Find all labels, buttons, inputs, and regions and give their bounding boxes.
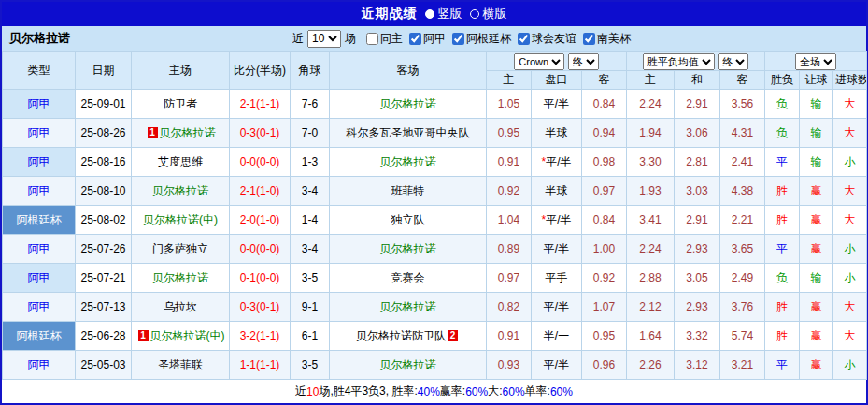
corner-cell: 9-1 <box>291 293 330 322</box>
home-team-cell[interactable]: 圣塔菲联 <box>132 351 230 380</box>
euro-away-odds-cell: 2.49 <box>720 264 765 293</box>
home-team-cell[interactable]: 1贝尔格拉诺(中) <box>132 322 230 351</box>
summary-bar: 近10场,胜4平3负3, 胜率:40% 赢率:60% 大:60% 单率:60% <box>2 380 866 403</box>
corner-cell: 3-4 <box>291 177 330 206</box>
euro-home-odds-cell: 2.88 <box>627 264 675 293</box>
layout-radio-vertical[interactable]: 竖版 <box>425 6 462 22</box>
team-name: 圣塔菲联 <box>158 358 203 371</box>
handicap-result-cell: 赢 <box>800 177 833 206</box>
euro-stage-select[interactable]: 终 <box>718 53 748 70</box>
layout-radio-horizontal[interactable]: 横版 <box>470 6 507 22</box>
score-cell[interactable]: 0-0(0-0) <box>230 148 291 177</box>
euro-home-odds-cell: 2.12 <box>627 293 675 322</box>
away-team-cell[interactable]: 独立队 <box>330 206 487 235</box>
home-team-cell[interactable]: 贝尔格拉诺 <box>132 264 230 293</box>
euro-odds-select[interactable]: 胜平负均值 <box>643 53 715 70</box>
home-team-cell[interactable]: 防卫者 <box>132 90 230 119</box>
match-count-select[interactable]: 10 <box>307 30 341 48</box>
euro-home-odds-cell: 1.93 <box>627 177 675 206</box>
score-cell[interactable]: 0-1(0-0) <box>230 264 291 293</box>
team-name: 防卫者 <box>164 97 197 110</box>
home-team-cell[interactable]: 贝尔格拉诺(中) <box>132 206 230 235</box>
checkbox-label: 阿甲 <box>423 31 446 47</box>
col-header-euro-draw: 和 <box>675 71 720 90</box>
recent-results-panel: 近期战绩 竖版 横版 贝尔格拉诺 近 10 场 同主阿甲阿根廷杯球会友谊南美杯 <box>0 0 868 405</box>
home-team-cell[interactable]: 贝尔格拉诺 <box>132 177 230 206</box>
league-cell[interactable]: 阿甲 <box>3 264 76 293</box>
result-cell: 平 <box>765 235 800 264</box>
handicap-cell: 平手 <box>532 264 582 293</box>
handicap-cell: 平/半 <box>532 90 582 119</box>
score-cell[interactable]: 1-1(1-1) <box>230 351 291 380</box>
goals-result-cell: 大 <box>833 90 867 119</box>
away-team-cell[interactable]: 贝尔格拉诺 <box>330 351 487 380</box>
league-cell[interactable]: 阿甲 <box>3 148 76 177</box>
asian-stage-select[interactable]: 终 <box>568 53 599 70</box>
euro-draw-odds-cell: 2.91 <box>675 90 720 119</box>
score-cell[interactable]: 0-3(0-1) <box>230 119 291 148</box>
league-cell[interactable]: 阿甲 <box>3 293 76 322</box>
team-name: 艾度思维 <box>158 155 203 168</box>
team-name: 贝尔格拉诺 <box>380 358 436 371</box>
euro-away-odds-cell: 3.76 <box>720 293 765 322</box>
score-cell[interactable]: 0-0(0-0) <box>230 235 291 264</box>
col-header-goals: 进球数 <box>833 71 867 90</box>
asian-home-odds-cell: 0.91 <box>487 148 532 177</box>
score-cell[interactable]: 2-1(1-1) <box>230 90 291 119</box>
team-name: 贝尔格拉诺 <box>380 300 436 313</box>
handicap-cell: 平/半 <box>532 293 582 322</box>
home-team-cell[interactable]: 1贝尔格拉诺 <box>132 119 230 148</box>
match-row: 阿根廷杯25-08-02贝尔格拉诺(中)2-0(1-0)1-4独立队1.04*平… <box>3 206 867 235</box>
away-team-cell[interactable]: 贝尔格拉诺 <box>330 235 487 264</box>
away-team-cell[interactable]: 班菲特 <box>330 177 487 206</box>
team-name: 贝尔格拉诺(中) <box>150 329 225 342</box>
away-team-cell[interactable]: 竞赛会 <box>330 264 487 293</box>
euro-draw-odds-cell: 3.06 <box>675 119 720 148</box>
league-cell[interactable]: 阿甲 <box>3 177 76 206</box>
filter-checkbox-argentina-cup[interactable]: 阿根廷杯 <box>452 31 511 47</box>
corner-cell: 1-3 <box>291 148 330 177</box>
filter-checkbox-copa-sudamericana[interactable]: 南美杯 <box>583 31 631 47</box>
col-header-score: 比分(半场) <box>230 52 291 90</box>
match-row: 阿甲25-08-10贝尔格拉诺2-1(1-0)3-4班菲特0.92半球0.971… <box>3 177 867 206</box>
score-cell[interactable]: 3-2(1-1) <box>230 322 291 351</box>
away-team-cell[interactable]: 贝尔格拉诺 <box>330 90 487 119</box>
asian-home-odds-cell: 0.82 <box>487 293 532 322</box>
odds-company-select[interactable]: Crown <box>514 53 564 70</box>
score-cell[interactable]: 2-0(1-0) <box>230 206 291 235</box>
home-team-cell[interactable]: 艾度思维 <box>132 148 230 177</box>
summary-text-part: 60% <box>465 385 488 398</box>
result-scope-select[interactable]: 全场 <box>795 53 836 70</box>
away-team-cell[interactable]: 贝尔格拉诺防卫队2 <box>330 322 487 351</box>
league-cell[interactable]: 阿甲 <box>3 235 76 264</box>
checkbox-input-argentina-cup[interactable] <box>452 33 464 45</box>
team-name: 乌拉坎 <box>164 300 197 313</box>
league-cell[interactable]: 阿甲 <box>3 119 76 148</box>
home-team-cell[interactable]: 门多萨独立 <box>132 235 230 264</box>
away-team-cell[interactable]: 贝尔格拉诺 <box>330 148 487 177</box>
checkbox-input-liga[interactable] <box>409 33 421 45</box>
league-cell[interactable]: 阿甲 <box>3 351 76 380</box>
away-team-cell[interactable]: 科尔多瓦圣地亚哥中央队 <box>330 119 487 148</box>
result-cell: 平 <box>765 148 800 177</box>
home-team-cell[interactable]: 乌拉坎 <box>132 293 230 322</box>
corner-cell: 7-0 <box>291 119 330 148</box>
filter-checkbox-club-friendly[interactable]: 球会友谊 <box>518 31 576 47</box>
away-team-cell[interactable]: 贝尔格拉诺 <box>330 293 487 322</box>
checkbox-input-copa-sudamericana[interactable] <box>583 33 595 45</box>
col-header-handicap-result: 让球 <box>800 71 833 90</box>
asian-home-odds-cell: 1.04 <box>487 206 532 235</box>
radio-unselected-icon <box>470 9 479 19</box>
score-cell[interactable]: 2-1(1-0) <box>230 177 291 206</box>
checkbox-input-same-home[interactable] <box>366 33 378 45</box>
asian-home-odds-cell: 1.05 <box>487 90 532 119</box>
filter-checkbox-liga[interactable]: 阿甲 <box>409 31 446 47</box>
asian-home-odds-cell: 0.93 <box>487 351 532 380</box>
league-cell[interactable]: 阿甲 <box>3 90 76 119</box>
score-cell[interactable]: 0-3(0-1) <box>230 293 291 322</box>
checkbox-input-club-friendly[interactable] <box>518 33 530 45</box>
filter-checkbox-same-home[interactable]: 同主 <box>366 31 403 47</box>
asian-away-odds-cell: 0.84 <box>582 90 627 119</box>
league-cell[interactable]: 阿根廷杯 <box>3 322 76 351</box>
league-cell[interactable]: 阿根廷杯 <box>3 206 76 235</box>
